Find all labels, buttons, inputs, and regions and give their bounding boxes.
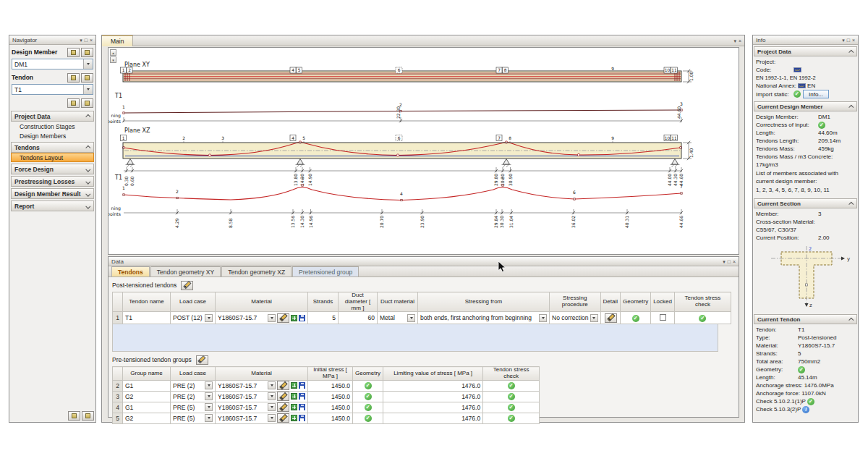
- save-icon[interactable]: [299, 393, 305, 400]
- edit-material-button[interactable]: [277, 402, 289, 412]
- locked-checkbox[interactable]: [660, 314, 666, 321]
- nav-section-prestressing-losses[interactable]: Prestressing Losses: [11, 176, 94, 187]
- material-cell[interactable]: Y1860S7-15.7: [216, 380, 308, 391]
- edit-material-button[interactable]: [277, 313, 289, 323]
- nav-item-construction-stages[interactable]: Construction Stages: [11, 122, 94, 131]
- chevron-down-icon[interactable]: [205, 403, 213, 411]
- group-name-cell[interactable]: G2: [123, 391, 171, 402]
- save-icon[interactable]: [299, 404, 305, 410]
- chevron-down-icon[interactable]: [590, 314, 598, 322]
- edit-material-button[interactable]: [277, 392, 289, 401]
- close-icon[interactable]: ×: [733, 259, 736, 264]
- material-table-icon[interactable]: [291, 415, 297, 421]
- collapse-view-button[interactable]: ▾: [110, 56, 116, 63]
- limit-stress-cell[interactable]: 1476.0: [383, 402, 483, 413]
- info-section-current-section[interactable]: Current Section: [754, 198, 857, 208]
- nav-item-tendons-layout[interactable]: Tendons Layout: [11, 153, 94, 162]
- float-icon[interactable]: □: [728, 259, 731, 264]
- group-name-cell[interactable]: G1: [123, 402, 171, 413]
- nav-section-tendons[interactable]: Tendons: [11, 142, 94, 153]
- tab-tendon-geometry-xy[interactable]: Tendon geometry XY: [150, 266, 221, 276]
- material-table-icon[interactable]: [291, 393, 297, 400]
- design-member-select[interactable]: DM1: [12, 59, 93, 69]
- dock-icon[interactable]: ▾: [842, 38, 845, 43]
- chevron-down-icon[interactable]: [268, 314, 276, 322]
- material-table-icon[interactable]: [291, 404, 297, 410]
- chevron-down-icon[interactable]: [205, 381, 213, 389]
- drawing-canvas[interactable]: ▴ ▾ Plane XY: [108, 47, 739, 255]
- design-member-edit-button[interactable]: [81, 48, 93, 57]
- material-cell[interactable]: Y1860S7-15.7: [216, 391, 308, 402]
- tab-tendons[interactable]: Tendons: [111, 266, 150, 276]
- design-member-add-button[interactable]: [67, 48, 80, 57]
- material-cell[interactable]: Y1860S7-15.7: [216, 402, 308, 413]
- tab-pretensioned-group[interactable]: Pretensioned group: [292, 266, 359, 276]
- detail-cell[interactable]: [600, 312, 620, 324]
- nav-item-design-members[interactable]: Design Members: [11, 131, 94, 140]
- chevron-down-icon[interactable]: [205, 314, 213, 322]
- tab-main[interactable]: Main: [102, 35, 133, 46]
- row-number[interactable]: 2: [113, 380, 123, 391]
- tendon-tool-button-1[interactable]: [67, 98, 80, 108]
- material-cell[interactable]: Y1860S7-15.7: [216, 413, 308, 423]
- edit-material-button[interactable]: [277, 413, 289, 423]
- info-button[interactable]: Info...: [803, 90, 829, 98]
- save-icon[interactable]: [299, 415, 305, 421]
- locked-cell[interactable]: [651, 312, 675, 324]
- load-case-cell[interactable]: PRE (5): [171, 402, 216, 413]
- chevron-down-icon[interactable]: [83, 85, 93, 94]
- chevron-down-icon[interactable]: [268, 392, 276, 400]
- row-number[interactable]: 5: [113, 413, 123, 423]
- initial-stress-cell[interactable]: 1450.0: [308, 402, 353, 413]
- stressing-procedure-cell[interactable]: No correction: [550, 312, 601, 324]
- detail-button[interactable]: [605, 313, 617, 323]
- strands-cell[interactable]: 5: [308, 312, 339, 324]
- close-icon[interactable]: ×: [90, 38, 93, 43]
- chevron-down-icon[interactable]: [539, 314, 547, 322]
- info-section-project-data[interactable]: Project Data: [754, 46, 857, 56]
- limit-stress-cell[interactable]: 1476.0: [383, 391, 483, 402]
- row-number[interactable]: 3: [113, 391, 123, 402]
- tab-tendon-geometry-xz[interactable]: Tendon geometry XZ: [221, 266, 292, 276]
- chevron-down-icon[interactable]: [268, 381, 276, 389]
- edit-post-tendons-button[interactable]: [181, 281, 193, 290]
- float-icon[interactable]: □: [85, 38, 88, 43]
- load-case-cell[interactable]: POST (12): [171, 312, 216, 324]
- dock-icon[interactable]: ▾: [80, 38, 82, 43]
- tendon-add-button[interactable]: [67, 73, 80, 83]
- expand-view-button[interactable]: ▴: [110, 49, 116, 56]
- nav-section-project-data[interactable]: Project Data: [11, 111, 94, 122]
- material-table-icon[interactable]: [291, 315, 297, 321]
- row-number[interactable]: 1: [113, 312, 123, 324]
- tendon-select[interactable]: T1: [12, 84, 93, 95]
- group-name-cell[interactable]: G2: [123, 413, 171, 423]
- close-icon[interactable]: ×: [852, 38, 855, 43]
- tendon-edit-button[interactable]: [81, 73, 93, 83]
- load-case-cell[interactable]: PRE (2): [171, 380, 216, 391]
- edit-material-button[interactable]: [277, 381, 289, 390]
- pin-icon[interactable]: ▾: [733, 38, 736, 43]
- chevron-down-icon[interactable]: [268, 414, 276, 422]
- edit-pre-groups-button[interactable]: [196, 355, 208, 365]
- nav-section-report[interactable]: Report: [11, 200, 94, 211]
- initial-stress-cell[interactable]: 1450.0: [308, 413, 353, 423]
- nav-section-design-member-result[interactable]: Design Member Result: [11, 188, 94, 199]
- nav-bottom-button-2[interactable]: [82, 411, 94, 421]
- chevron-down-icon[interactable]: [268, 403, 276, 411]
- group-name-cell[interactable]: G1: [123, 380, 171, 391]
- chevron-down-icon[interactable]: [407, 314, 415, 322]
- stressing-from-cell[interactable]: both ends, first anchoring from beginnin…: [418, 312, 550, 324]
- load-case-cell[interactable]: PRE (5): [171, 413, 216, 423]
- material-table-icon[interactable]: [291, 382, 297, 389]
- close-icon[interactable]: ×: [739, 38, 741, 43]
- tendon-tool-button-2[interactable]: [81, 98, 93, 108]
- save-icon[interactable]: [299, 315, 305, 321]
- dock-icon[interactable]: ▾: [723, 259, 726, 264]
- material-cell[interactable]: Y1860S7-15.7: [216, 312, 308, 324]
- chevron-down-icon[interactable]: [205, 414, 213, 422]
- info-section-current-design-member[interactable]: Current Design Member: [754, 101, 857, 111]
- limit-stress-cell[interactable]: 1476.0: [383, 380, 483, 391]
- load-case-cell[interactable]: PRE (2): [171, 391, 216, 402]
- nav-section-force-design[interactable]: Force Design: [11, 164, 94, 174]
- chevron-down-icon[interactable]: [83, 59, 93, 69]
